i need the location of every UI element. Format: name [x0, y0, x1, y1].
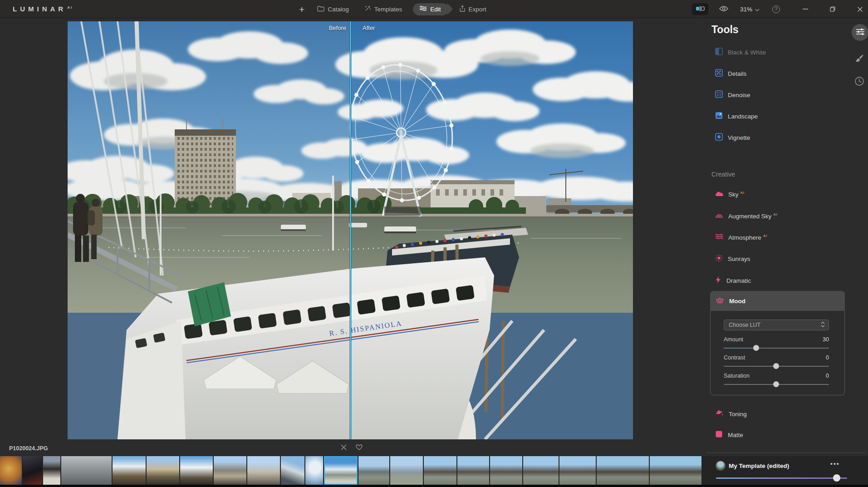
tool-augmented-sky[interactable]: Augmented SkyAI [715, 211, 838, 221]
edit-waves-icon [419, 5, 427, 13]
amount-slider-thumb[interactable] [753, 345, 759, 351]
bottom-scrollbar[interactable] [0, 485, 868, 487]
tool-label: Black & White [728, 49, 766, 56]
filmstrip-thumbnail[interactable] [490, 456, 522, 485]
filmstrip-thumbnail[interactable] [597, 456, 649, 485]
reject-photo-button[interactable] [339, 444, 348, 452]
saturation-slider-thumb[interactable] [773, 381, 779, 387]
template-avatar[interactable] [716, 461, 726, 471]
filmstrip-thumbnail[interactable] [457, 456, 489, 485]
filmstrip-thumbnail[interactable] [305, 456, 323, 485]
tool-black-and-white[interactable]: Black & White [715, 47, 838, 58]
main-nav: + Catalog Templates Edit Export [297, 0, 491, 18]
top-bar-right: 31% ? [692, 0, 864, 18]
tools-panel-title: Tools [711, 24, 739, 36]
select-chevrons-icon [821, 322, 825, 329]
filmstrip-thumbnail[interactable] [247, 456, 280, 485]
filmstrip-thumbnail[interactable] [180, 456, 213, 485]
filmstrip-thumbnail[interactable] [214, 456, 246, 485]
tool-label: Sunrays [728, 256, 750, 262]
tool-atmosphere[interactable]: AtmosphereAI [715, 232, 838, 243]
history-rail-button[interactable] [854, 76, 865, 87]
saturation-slider[interactable] [724, 384, 829, 385]
tab-export-label: Export [469, 6, 486, 13]
x-icon [341, 444, 347, 452]
tool-mood[interactable]: Mood [710, 291, 845, 311]
amount-slider[interactable] [724, 348, 829, 349]
tool-toning[interactable]: Toning [715, 408, 838, 419]
filmstrip-thumbnail-selected[interactable] [324, 456, 358, 485]
filmstrip-thumbnail[interactable] [424, 456, 456, 485]
landscape-icon [715, 112, 723, 121]
paint-bucket-icon [715, 409, 724, 418]
filmstrip-thumbnail[interactable] [23, 456, 42, 485]
tab-catalog-label: Catalog [328, 6, 349, 13]
tab-export[interactable]: Export [455, 3, 491, 15]
after-label: After [363, 25, 375, 31]
tab-templates[interactable]: Templates [360, 3, 407, 15]
favorite-photo-button[interactable] [355, 444, 363, 452]
tool-vignette[interactable]: Vignette [715, 132, 838, 143]
tab-catalog[interactable]: Catalog [313, 3, 353, 15]
filmstrip-thumbnail[interactable] [61, 456, 112, 485]
tool-landscape[interactable]: Landscape [715, 111, 838, 122]
tool-label: Mood [729, 298, 745, 305]
contrast-slider-thumb[interactable] [773, 363, 779, 369]
tool-label: Landscape [728, 113, 758, 120]
tool-sunrays[interactable]: Sunrays [715, 253, 838, 264]
filmstrip-thumbnail[interactable] [113, 456, 146, 485]
brush-icon [854, 54, 864, 65]
slider-label: Amount [724, 336, 743, 343]
luminar-app: { "app": { "logo": "LUMINAR", "logo_sup"… [0, 0, 868, 487]
minimize-button[interactable] [801, 5, 810, 14]
filmstrip-thumbnail[interactable] [390, 456, 423, 485]
vignette-icon [715, 133, 723, 143]
filmstrip-thumbnail[interactable] [650, 456, 701, 485]
lotus-icon [716, 297, 724, 305]
preview-eye-button[interactable] [719, 5, 728, 13]
edit-tools-rail-button[interactable] [852, 24, 868, 41]
template-name: My Template (edited) [729, 462, 789, 469]
filmstrip-thumbnail[interactable] [147, 456, 179, 485]
close-button[interactable] [855, 5, 864, 14]
ai-badge: AI [740, 191, 745, 195]
restore-window-button[interactable] [828, 5, 837, 14]
slider-fill [724, 348, 756, 349]
filmstrip-thumbnail[interactable] [559, 456, 596, 485]
current-filename: P1020024.JPG [9, 445, 48, 452]
before-after-divider[interactable] [350, 21, 351, 439]
sliders-icon [856, 28, 865, 37]
tool-dramatic[interactable]: Dramatic [715, 275, 838, 286]
ai-badge: AI [763, 234, 767, 238]
tool-sky[interactable]: SkyAI [715, 189, 838, 200]
tab-edit[interactable]: Edit [413, 3, 448, 15]
filmstrip-thumbnail[interactable] [43, 456, 60, 485]
template-menu-button[interactable]: ••• [830, 460, 840, 467]
contrast-slider[interactable] [724, 366, 829, 367]
zoom-level-control[interactable]: 31% [740, 6, 760, 13]
filmstrip-thumbnail[interactable] [0, 456, 22, 485]
help-button[interactable]: ? [772, 5, 780, 13]
tab-edit-tail [441, 3, 453, 15]
filmstrip-thumbnail[interactable] [281, 456, 304, 485]
folder-icon [317, 5, 324, 13]
filmstrip-thumbnail[interactable] [523, 456, 559, 485]
tool-label: Augmented SkyAI [728, 212, 777, 220]
compare-view-button[interactable] [692, 3, 708, 15]
tool-matte[interactable]: Matte [715, 429, 838, 440]
tool-details[interactable]: Details [715, 68, 838, 79]
choose-lut-select[interactable]: Choose LUT [724, 320, 829, 330]
rainbow-icon [715, 212, 723, 220]
tool-label: Details [728, 70, 746, 77]
template-amount-slider[interactable] [716, 477, 847, 479]
matte-square-icon [715, 430, 723, 440]
filmstrip-thumbnail[interactable] [358, 456, 389, 485]
template-slider-thumb[interactable] [833, 474, 840, 482]
add-photos-button[interactable]: + [297, 5, 306, 14]
tool-denoise[interactable]: Denoise [715, 89, 838, 100]
tab-edit-label: Edit [430, 6, 441, 13]
mood-tool-body: Choose LUT Amount30 Contrast0 Saturation… [710, 311, 845, 395]
brush-rail-button[interactable] [854, 54, 865, 64]
sky-cloud-icon [715, 190, 723, 198]
amount-slider-group: Amount30 [724, 336, 829, 349]
